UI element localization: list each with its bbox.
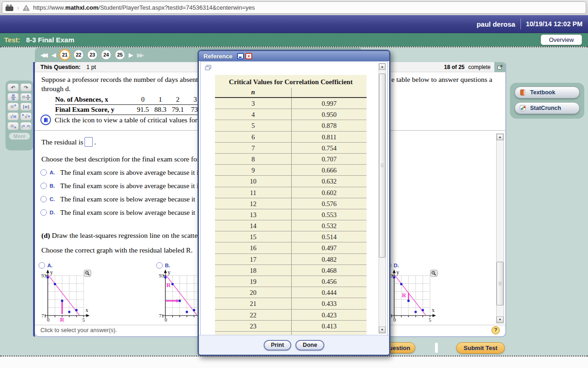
this-question-label: This Question: <box>40 64 81 70</box>
critical-value-row: 220.423 <box>215 310 367 321</box>
critical-value-row: 200.444 <box>215 287 367 298</box>
nav-last-button[interactable]: ▶▶ <box>137 52 144 58</box>
nth-root-button[interactable]: √ <box>20 112 32 121</box>
nav-prev-button[interactable]: ◀ <box>51 52 56 58</box>
nav-page-25[interactable]: 25 <box>115 50 124 59</box>
mc-option-C[interactable]: C.The final exam score is below average … <box>40 195 198 204</box>
critical-value-row: 80.707 <box>215 154 367 165</box>
popout-question-button[interactable] <box>494 62 505 72</box>
ordered-pair-button[interactable]: (,) <box>20 122 32 130</box>
option-D-radio[interactable] <box>40 209 47 216</box>
close-button[interactable]: × <box>245 53 252 59</box>
scroll-down-icon[interactable]: ▼ <box>497 316 503 323</box>
option-text: The final exam score is below average be… <box>60 209 195 217</box>
question-scrollbar[interactable]: ▲ ▼ <box>496 133 504 323</box>
critical-value-row: 40.950 <box>215 109 367 120</box>
mc-option-B[interactable]: B.The final exam score is above average … <box>40 181 198 190</box>
nav-page-23[interactable]: 23 <box>88 50 97 59</box>
question-scrollbar-thumb[interactable] <box>497 262 503 305</box>
nav-page-22[interactable]: 22 <box>74 50 83 59</box>
submit-test-button[interactable]: Submit Test <box>456 342 505 354</box>
modal-body: Critical Values for Correlation Coeffici… <box>200 61 388 335</box>
page-bottom-strip <box>0 356 588 368</box>
critical-value-row: 230.413 <box>215 321 367 332</box>
zoom-graph-button[interactable] <box>84 270 91 276</box>
statcrunch-icon <box>519 104 526 112</box>
option-A-radio[interactable] <box>40 169 47 176</box>
fraction-icon <box>11 94 16 100</box>
critical-value-row: 90.666 <box>215 165 367 176</box>
square-root-button[interactable]: √ <box>7 112 19 121</box>
svg-text:0: 0 <box>47 317 50 322</box>
scroll-up-icon[interactable]: ▲ <box>379 63 385 70</box>
modal-title-bar[interactable]: Reference × <box>199 51 389 61</box>
table-header: n <box>215 88 367 98</box>
modal-scrollbar-thumb[interactable] <box>379 74 385 258</box>
done-button[interactable]: Done <box>295 340 324 351</box>
svg-text:R: R <box>60 316 65 323</box>
absolute-value-button[interactable] <box>20 103 32 111</box>
question-stem-right: e table below to answer questions a <box>391 75 492 84</box>
reference-book-button[interactable] <box>40 115 51 125</box>
modal-scrollbar[interactable]: ▲ ▼ <box>379 63 386 334</box>
residual-answer-input[interactable] <box>85 137 93 147</box>
scroll-up-icon[interactable]: ▲ <box>497 134 503 140</box>
critical-value-row: 60.811 <box>215 132 367 143</box>
textbook-button[interactable]: Textbook <box>514 86 580 98</box>
mc-option-D[interactable]: D.The final exam score is below average … <box>40 208 198 217</box>
option-C-radio[interactable] <box>40 196 47 202</box>
part-d-prompt: (d) Draw the least-squares regression li… <box>41 231 200 240</box>
nav-page-24[interactable]: 24 <box>102 50 111 59</box>
zoom-graph-button[interactable] <box>430 270 437 276</box>
table-title: Critical Values for Correlation Coeffici… <box>215 75 367 88</box>
modal-popout-icon[interactable] <box>205 65 211 70</box>
graph-option-label: B. <box>165 263 170 268</box>
critical-value-row: 180.468 <box>215 265 367 276</box>
residual-line: The residual is . <box>41 137 96 147</box>
scroll-down-icon[interactable]: ▼ <box>379 327 385 333</box>
scatter-graph-D: R937105yx <box>385 269 441 323</box>
resources-sidebar: Textbook StatCrunch <box>510 83 584 119</box>
mc-option-A[interactable]: A.The final exam score is above average … <box>40 168 198 177</box>
mixed-number-button[interactable] <box>20 93 32 101</box>
more-button[interactable]: More <box>9 132 30 140</box>
fraction-button[interactable] <box>7 93 19 101</box>
mc-options: A.The final exam score is above average … <box>40 168 198 221</box>
critical-value-row: 170.482 <box>215 254 367 265</box>
graph-option-A: A.R937105yx <box>39 262 96 325</box>
subscript-button[interactable] <box>7 122 19 130</box>
critical-value-row: 160.497 <box>215 242 367 253</box>
nav-page-21[interactable]: 21 <box>60 50 69 59</box>
graph-option-label: A. <box>47 263 53 268</box>
screen: › https://www.mathxl.com/Student/PlayerT… <box>0 0 588 368</box>
critical-value-row: 130.553 <box>215 209 367 220</box>
option-B-radio[interactable] <box>40 183 47 189</box>
exponent-icon <box>11 105 14 108</box>
option-label: C. <box>50 196 57 202</box>
undo-icon: ↶ <box>11 85 15 90</box>
undo-button[interactable]: ↶ <box>7 83 19 92</box>
question-nav-pages: 2122232425 <box>60 50 125 59</box>
nav-first-button[interactable]: ◀◀ <box>40 52 48 58</box>
url-bar[interactable]: › https://www.mathxl.com/Student/PlayerT… <box>2 1 586 14</box>
question-stem-left: Suppose a professor records the number o… <box>41 75 203 84</box>
nav-next-button[interactable]: ▶ <box>129 52 133 58</box>
critical-values-table: Critical Values for Correlation Coeffici… <box>215 75 367 335</box>
overview-button[interactable]: Overview <box>541 34 582 45</box>
print-button[interactable]: Print <box>264 340 291 351</box>
redo-button[interactable]: ↷ <box>20 83 32 92</box>
book-icon <box>43 117 49 123</box>
graph-option-B-radio[interactable] <box>156 262 163 269</box>
graph-option-A-radio[interactable] <box>39 262 45 269</box>
progress-text: 18 of 25complete <box>444 64 491 70</box>
critical-value-row: 30.997 <box>215 98 367 109</box>
critical-value-row: 100.632 <box>215 176 367 187</box>
user-name: paul derosa <box>476 20 515 28</box>
answer-hint: Click to select your answer(s). <box>40 327 117 334</box>
exponent-button[interactable] <box>7 103 19 111</box>
math-palette: ↶ ↷ √ √ (,) More <box>6 80 34 150</box>
statcrunch-button[interactable]: StatCrunch <box>514 102 580 114</box>
minimize-button[interactable] <box>237 53 244 59</box>
option-text: The final exam score is above average be… <box>60 182 198 190</box>
help-icon[interactable]: ? <box>492 326 500 334</box>
